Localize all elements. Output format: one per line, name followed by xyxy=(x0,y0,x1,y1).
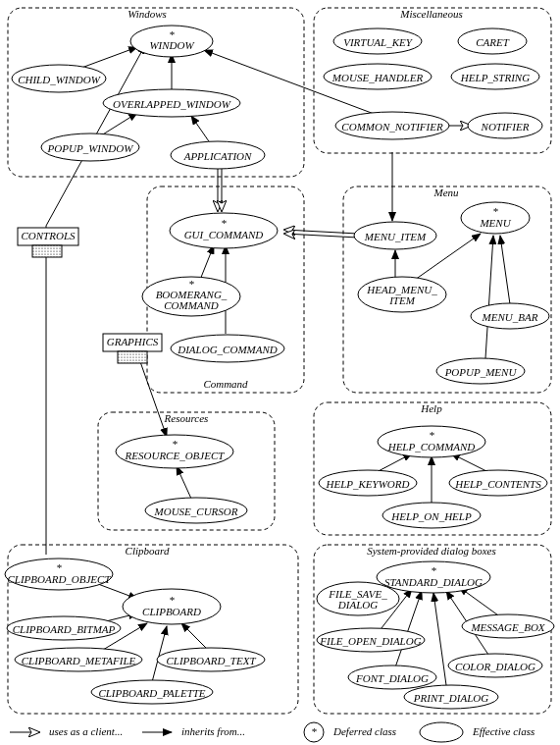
svg-text:MOUSE_CURSOR: MOUSE_CURSOR xyxy=(154,506,238,517)
node-overlapped-window: OVERLAPPED_WINDOW xyxy=(103,89,240,117)
svg-text:WINDOW: WINDOW xyxy=(149,39,194,51)
svg-text:uses as a client...: uses as a client... xyxy=(49,725,123,737)
svg-text:STANDARD_DIALOG: STANDARD_DIALOG xyxy=(384,576,483,588)
svg-text:*: * xyxy=(56,561,62,573)
node-caret: CARET xyxy=(458,28,527,54)
svg-text:MENU_ITEM: MENU_ITEM xyxy=(364,231,427,242)
node-clipboard-bitmap: CLIPBOARD_BITMAP xyxy=(7,616,121,640)
node-menu-item: MENU_ITEM xyxy=(354,222,436,249)
svg-text:GRAPHICS: GRAPHICS xyxy=(107,336,159,347)
svg-text:DIALOG: DIALOG xyxy=(337,599,378,611)
svg-text:COMMON_NOTIFIER: COMMON_NOTIFIER xyxy=(341,121,443,133)
cluster-title-sysdlg: System-provided dialog boxes xyxy=(367,545,496,557)
node-notifier: NOTIFIER xyxy=(468,113,542,138)
cluster-title-misc: Miscellaneous xyxy=(399,8,463,20)
svg-text:MESSAGE_BOX: MESSAGE_BOX xyxy=(470,621,545,633)
node-virtual-key: VIRTUAL_KEY xyxy=(333,28,422,54)
node-window: *WINDOW xyxy=(130,26,213,57)
cluster-title-help: Help xyxy=(420,402,442,414)
cluster-title-menu: Menu xyxy=(433,186,459,198)
svg-text:COMMAND: COMMAND xyxy=(164,299,219,311)
node-boomerang-command: *BOOMERANG_COMMAND xyxy=(142,277,240,316)
svg-text:*: * xyxy=(429,429,434,441)
svg-text:CARET: CARET xyxy=(476,36,509,48)
node-file-save-dialog: FILE_SAVE_DIALOG xyxy=(317,582,399,615)
svg-line-13 xyxy=(191,116,211,144)
diagram-svg: Windows Miscellaneous Menu Command Resou… xyxy=(0,0,560,745)
svg-text:HELP_STRING: HELP_STRING xyxy=(460,72,530,83)
svg-line-41 xyxy=(395,591,422,667)
node-clipboard-metafile: CLIPBOARD_METAFILE xyxy=(15,648,142,671)
node-standard-dialog: *STANDARD_DIALOG xyxy=(377,561,490,593)
cluster-title-resources: Resources xyxy=(164,412,209,424)
svg-text:FONT_DIALOG: FONT_DIALOG xyxy=(355,672,429,684)
node-menu: *MENU xyxy=(461,202,530,234)
svg-text:OVERLAPPED_WINDOW: OVERLAPPED_WINDOW xyxy=(113,98,231,110)
node-head-menu-item: HEAD_MENU_ITEM xyxy=(358,277,446,312)
svg-text:*: * xyxy=(172,438,178,450)
svg-line-25 xyxy=(500,236,510,304)
svg-text:FILE_OPEN_DIALOG: FILE_OPEN_DIALOG xyxy=(319,635,421,647)
svg-text:CLIPBOARD: CLIPBOARD xyxy=(142,606,201,617)
svg-text:POPUP_WINDOW: POPUP_WINDOW xyxy=(47,142,134,154)
cluster-title-windows: Windows xyxy=(127,8,167,20)
node-mouse-handler: MOUSE_HANDLER xyxy=(324,64,432,89)
cluster-title-command: Command xyxy=(203,378,248,390)
svg-text:*: * xyxy=(169,594,175,606)
cluster-title-clipboard: Clipboard xyxy=(126,545,170,557)
svg-text:NOTIFIER: NOTIFIER xyxy=(481,121,530,133)
svg-text:POPUP_MENU: POPUP_MENU xyxy=(444,366,518,378)
svg-text:*: * xyxy=(221,217,227,229)
node-help-keyword: HELP_KEYWORD xyxy=(319,470,417,496)
node-clipboard-object: *CLIPBOARD_OBJECT xyxy=(5,559,113,590)
svg-line-27 xyxy=(177,466,191,499)
node-font-dialog: FONT_DIALOG xyxy=(348,665,436,689)
node-help-command: *HELP_COMMAND xyxy=(378,426,485,457)
node-mouse-cursor: MOUSE_CURSOR xyxy=(145,498,247,523)
svg-rect-47 xyxy=(32,245,62,257)
node-menu-bar: MENU_BAR xyxy=(471,303,549,329)
node-child-window: CHILD_WINDOW xyxy=(12,65,106,92)
svg-text:HELP_KEYWORD: HELP_KEYWORD xyxy=(326,478,410,490)
svg-text:*: * xyxy=(492,205,498,217)
svg-line-26 xyxy=(485,236,493,358)
node-print-dialog: PRINT_DIALOG xyxy=(404,685,498,709)
svg-point-146 xyxy=(420,722,463,742)
node-message-box: MESSAGE_BOX xyxy=(462,614,554,638)
svg-text:MENU: MENU xyxy=(479,217,511,229)
svg-text:DIALOG_COMMAND: DIALOG_COMMAND xyxy=(177,344,277,355)
svg-text:VIRTUAL_KEY: VIRTUAL_KEY xyxy=(343,36,414,48)
svg-text:CLIPBOARD_BITMAP: CLIPBOARD_BITMAP xyxy=(13,623,116,635)
svg-text:*: * xyxy=(431,564,436,576)
svg-text:CLIPBOARD_PALETTE: CLIPBOARD_PALETTE xyxy=(98,687,205,699)
svg-text:HELP_CONTENTS: HELP_CONTENTS xyxy=(454,478,541,490)
node-dialog-command: DIALOG_COMMAND xyxy=(171,335,284,362)
legend: uses as a client... inherits from... * D… xyxy=(10,722,535,742)
svg-text:PRINT_DIALOG: PRINT_DIALOG xyxy=(413,692,488,704)
node-file-open-dialog: FILE_OPEN_DIALOG xyxy=(317,628,425,652)
svg-text:MOUSE_HANDLER: MOUSE_HANDLER xyxy=(331,72,424,83)
node-help-contents: HELP_CONTENTS xyxy=(449,470,547,496)
node-color-dialog: COLOR_DIALOG xyxy=(448,654,542,677)
controls-image: CONTROLS xyxy=(18,228,78,257)
node-resource-object: *RESOURCE_OBJECT xyxy=(116,435,233,468)
svg-text:Deferred class: Deferred class xyxy=(332,725,396,737)
svg-text:ITEM: ITEM xyxy=(388,294,416,306)
node-help-string: HELP_STRING xyxy=(451,64,539,89)
svg-line-42 xyxy=(433,593,446,685)
svg-text:HELP_COMMAND: HELP_COMMAND xyxy=(387,441,476,452)
svg-text:CLIPBOARD_TEXT: CLIPBOARD_TEXT xyxy=(166,655,256,666)
node-gui-command: *GUI_COMMAND xyxy=(170,213,278,248)
svg-rect-50 xyxy=(118,351,147,363)
node-clipboard-text: CLIPBOARD_TEXT xyxy=(157,648,265,671)
node-application: APPLICATION xyxy=(171,141,265,169)
svg-text:CLIPBOARD_METAFILE: CLIPBOARD_METAFILE xyxy=(22,655,136,666)
graphics-image: GRAPHICS xyxy=(103,334,162,363)
node-popup-window: POPUP_WINDOW xyxy=(41,133,139,161)
svg-text:CLIPBOARD_OBJECT: CLIPBOARD_OBJECT xyxy=(7,573,111,585)
node-clipboard: *CLIPBOARD xyxy=(123,589,221,624)
svg-line-20 xyxy=(284,230,358,234)
svg-text:CHILD_WINDOW: CHILD_WINDOW xyxy=(18,74,101,85)
svg-text:*: * xyxy=(311,725,317,737)
svg-text:APPLICATION: APPLICATION xyxy=(183,150,252,162)
